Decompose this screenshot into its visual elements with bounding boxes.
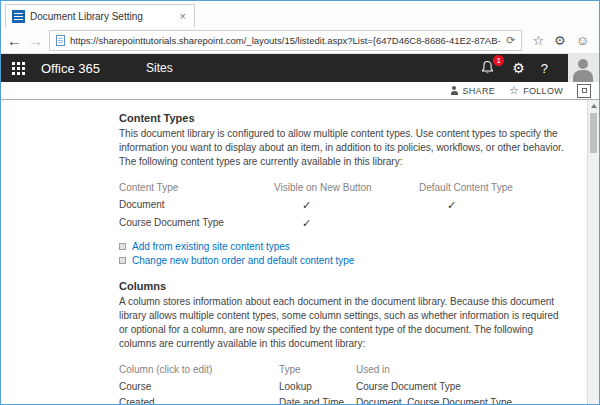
help-button[interactable]: ? [541, 61, 548, 76]
columns-table: Column (click to edit) Type Used in Cour… [119, 361, 565, 404]
add-content-types-link[interactable]: Add from existing site content types [132, 241, 290, 252]
suite-bar-right: 1 ⚙ ? [480, 54, 599, 82]
col-header-type: Type [279, 361, 356, 379]
content-type-name-link[interactable]: Document [119, 197, 274, 215]
follow-label: FOLLOW [523, 86, 563, 96]
content-types-heading: Content Types [119, 112, 565, 124]
follow-button[interactable]: ☆ FOLLOW [509, 85, 563, 96]
app-launcher-button[interactable] [1, 54, 35, 82]
link-row: Change new button order and default cont… [119, 255, 565, 266]
favorites-star-icon[interactable]: ☆ [532, 34, 544, 47]
feedback-smiley-icon[interactable]: ☺ [576, 34, 589, 47]
col-header-column: Column (click to edit) [119, 361, 279, 379]
browser-toolbar: ← → https://sharepointtutorials.sharepoi… [1, 27, 599, 54]
default-content-type-check-icon: ✓ [419, 197, 565, 215]
column-name-link[interactable]: Created [119, 395, 279, 404]
col-header-visible-on-new: Visible on New Button [274, 179, 419, 197]
browser-command-icons: ☆ ⚙ ☺ [528, 34, 593, 47]
change-button-order-link[interactable]: Change new button order and default cont… [132, 255, 354, 266]
list-action-icon [119, 243, 126, 250]
sites-nav-link[interactable]: Sites [146, 61, 173, 75]
col-header-default: Default Content Type [419, 179, 565, 197]
column-used-in: Course Document Type [356, 379, 565, 395]
address-bar[interactable]: https://sharepointtutorials.sharepoint.c… [49, 30, 522, 51]
page-actions: SHARE ☆ FOLLOW [1, 82, 599, 100]
tab-bar: Document Library Setting × [1, 1, 599, 27]
notifications-button[interactable]: 1 [480, 60, 496, 76]
tools-gear-icon[interactable]: ⚙ [554, 34, 566, 47]
sharepoint-favicon-icon [12, 10, 25, 23]
content-type-name-link[interactable]: Course Document Type [119, 215, 274, 233]
list-action-icon [119, 257, 126, 264]
notification-badge: 1 [493, 55, 504, 66]
column-type: Date and Time [279, 395, 356, 404]
waffle-icon [12, 62, 25, 75]
content-types-description: This document library is configured to a… [119, 127, 565, 169]
refresh-icon[interactable]: ⟳ [506, 34, 515, 47]
scrollbar-thumb[interactable] [590, 113, 597, 153]
page-icon [56, 35, 65, 46]
share-person-icon [450, 86, 459, 95]
scroll-up-arrow[interactable] [588, 100, 599, 112]
browser-tab[interactable]: Document Library Setting × [5, 4, 195, 27]
tab-title: Document Library Setting [30, 11, 173, 22]
col-header-used-in: Used in [356, 361, 565, 379]
vertical-scrollbar[interactable] [587, 100, 599, 404]
settings-gear-icon[interactable]: ⚙ [512, 61, 525, 75]
visible-on-new-check-icon: ✓ [274, 197, 419, 215]
share-button[interactable]: SHARE [450, 86, 496, 96]
column-type: Lookup [279, 379, 356, 395]
forward-button: → [28, 33, 43, 48]
link-row: Add from existing site content types [119, 241, 565, 252]
focus-on-content-button[interactable] [577, 84, 591, 98]
browser-window: Document Library Setting × ← → https://s… [0, 0, 600, 405]
user-avatar[interactable] [568, 54, 599, 82]
content-types-table: Content Type Visible on New Button Defau… [119, 179, 565, 233]
visible-on-new-check-icon: ✓ [274, 215, 419, 233]
column-used-in: Document, Course Document Type [356, 395, 565, 404]
default-content-type-check-icon [419, 215, 565, 233]
tab-close-icon[interactable]: × [178, 10, 188, 22]
col-header-content-type: Content Type [119, 179, 274, 197]
office-365-brand[interactable]: Office 365 [41, 61, 100, 76]
url-text[interactable]: https://sharepointtutorials.sharepoint.c… [70, 35, 501, 46]
columns-heading: Columns [119, 280, 565, 292]
column-name-link[interactable]: Course [119, 379, 279, 395]
back-button[interactable]: ← [7, 33, 22, 48]
settings-content: Content Types This document library is c… [1, 100, 587, 404]
follow-star-icon: ☆ [509, 85, 519, 96]
columns-description: A column stores information about each d… [119, 295, 565, 351]
content-type-links: Add from existing site content types Cha… [119, 241, 565, 266]
share-label: SHARE [463, 86, 496, 96]
suite-bar: Office 365 Sites 1 ⚙ ? [1, 54, 599, 82]
